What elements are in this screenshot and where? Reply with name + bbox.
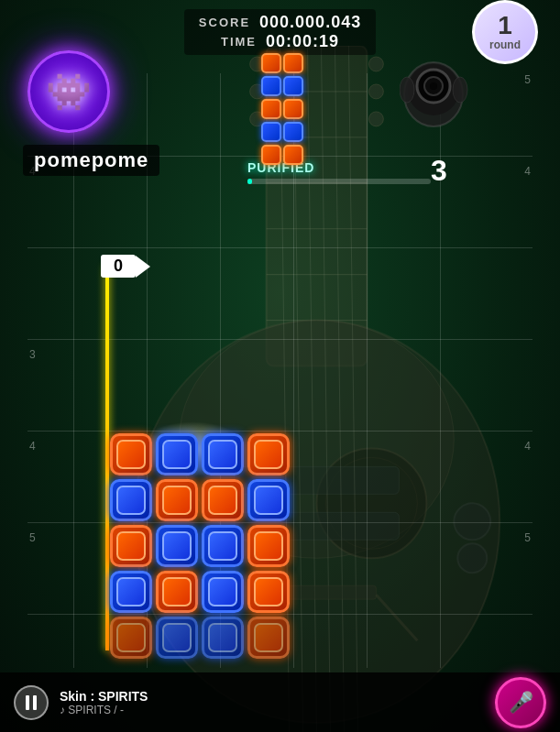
note-inner bbox=[116, 440, 146, 469]
grid-label-4-br: 4 bbox=[524, 440, 531, 453]
main-note-orange bbox=[156, 479, 198, 521]
note-tile-blue bbox=[261, 76, 281, 96]
note-tile-blue bbox=[283, 76, 303, 96]
main-note-row-1 bbox=[110, 433, 290, 475]
score-value: 000.000.043 bbox=[259, 13, 361, 32]
character-avatar: 👾 bbox=[27, 50, 110, 133]
note-tile-orange bbox=[283, 99, 303, 119]
pause-bar-left bbox=[26, 695, 29, 710]
avatar-face: 👾 bbox=[46, 71, 92, 114]
svg-point-33 bbox=[430, 82, 437, 90]
grid-label-4-tr: 4 bbox=[524, 165, 531, 178]
grid-line-h2 bbox=[27, 247, 533, 248]
note-inner bbox=[162, 531, 192, 561]
purified-bar bbox=[247, 179, 431, 184]
main-note-blue bbox=[156, 433, 198, 475]
main-note-orange bbox=[110, 617, 152, 659]
grid-label-5-tr: 5 bbox=[524, 73, 531, 86]
grid-line-v5 bbox=[367, 73, 368, 668]
note-tile-orange bbox=[283, 145, 303, 165]
main-note-orange bbox=[110, 433, 152, 475]
main-note-blue bbox=[202, 571, 244, 613]
time-value: 00:00:19 bbox=[266, 32, 339, 51]
score-row: SCORE 000.000.043 bbox=[199, 13, 361, 32]
note-inner bbox=[116, 623, 146, 652]
round-number: 1 bbox=[498, 13, 512, 38]
pause-button[interactable] bbox=[14, 685, 49, 720]
note-tile-blue bbox=[261, 122, 281, 142]
note-group-4 bbox=[261, 122, 353, 142]
note-inner bbox=[208, 440, 237, 469]
main-note-blue bbox=[202, 433, 244, 475]
main-note-blue bbox=[202, 525, 244, 567]
note-inner bbox=[162, 486, 192, 515]
song-info: Skin : SPIRITS ♪ SPIRITS / - bbox=[60, 689, 484, 716]
score-label: SCORE bbox=[199, 16, 250, 29]
main-note-blue bbox=[156, 617, 198, 659]
svg-point-23 bbox=[368, 84, 383, 99]
note-inner bbox=[254, 440, 283, 469]
note-inner bbox=[162, 440, 192, 469]
round-badge: 1 round bbox=[468, 0, 542, 64]
pause-icon bbox=[26, 695, 37, 710]
main-note-orange bbox=[110, 525, 152, 567]
note-inner bbox=[116, 486, 146, 515]
grid-label-3-ml: 3 bbox=[29, 348, 36, 361]
falling-notes-area bbox=[261, 53, 353, 168]
grid-label-5-br: 5 bbox=[524, 531, 531, 544]
note-inner bbox=[208, 577, 237, 606]
note-inner bbox=[208, 531, 237, 561]
round-text: round bbox=[489, 38, 521, 51]
time-row: TIME 00:00:19 bbox=[221, 32, 339, 51]
main-note-orange bbox=[247, 571, 290, 613]
main-note-orange bbox=[247, 617, 290, 659]
note-inner bbox=[162, 577, 192, 606]
note-inner bbox=[254, 577, 283, 606]
score-box: 0 bbox=[101, 255, 136, 278]
main-note-row-3 bbox=[110, 525, 290, 567]
svg-point-28 bbox=[457, 543, 487, 573]
main-note-row-4 bbox=[110, 571, 290, 613]
purified-count: 3 bbox=[431, 154, 447, 188]
yellow-line bbox=[105, 266, 109, 650]
score-indicator: 0 bbox=[101, 255, 150, 278]
main-note-blue bbox=[247, 479, 290, 521]
main-note-blue bbox=[202, 617, 244, 659]
main-note-blue bbox=[110, 571, 152, 613]
note-inner bbox=[116, 531, 146, 561]
note-inner bbox=[254, 486, 283, 515]
song-label: ♪ SPIRITS / - bbox=[60, 704, 484, 716]
bottom-bar: Skin : SPIRITS ♪ SPIRITS / - 🎤 bbox=[0, 672, 560, 732]
note-row bbox=[261, 99, 353, 119]
note-inner bbox=[208, 623, 237, 652]
note-group-2 bbox=[261, 76, 353, 96]
note-row bbox=[261, 76, 353, 96]
note-tile-orange bbox=[283, 53, 303, 73]
character-name-label: pomepome bbox=[23, 145, 159, 176]
main-note-blue bbox=[110, 479, 152, 521]
score-arrow bbox=[136, 256, 150, 278]
main-note-orange bbox=[202, 479, 244, 521]
time-label: TIME bbox=[221, 35, 257, 49]
svg-point-9 bbox=[317, 448, 427, 558]
skin-label: Skin : SPIRITS bbox=[60, 689, 484, 704]
note-inner bbox=[116, 577, 146, 606]
note-group-3 bbox=[261, 99, 353, 119]
mic-button[interactable]: 🎤 bbox=[495, 677, 546, 728]
main-note-orange bbox=[156, 571, 198, 613]
main-note-orange bbox=[247, 433, 290, 475]
pause-bar-right bbox=[33, 695, 37, 710]
note-tile-orange bbox=[261, 99, 281, 119]
note-tile-orange bbox=[261, 145, 281, 165]
note-inner bbox=[208, 486, 237, 515]
note-tile-blue bbox=[283, 122, 303, 142]
main-note-orange bbox=[247, 525, 290, 567]
main-note-row-5 bbox=[110, 617, 290, 659]
grid-label-5-bl: 5 bbox=[29, 531, 36, 544]
grid-line-h4 bbox=[27, 431, 533, 432]
note-row bbox=[261, 53, 353, 73]
svg-point-24 bbox=[368, 112, 383, 126]
enemy-character bbox=[400, 53, 468, 135]
round-circle: 1 round bbox=[472, 0, 538, 64]
note-row bbox=[261, 122, 353, 142]
